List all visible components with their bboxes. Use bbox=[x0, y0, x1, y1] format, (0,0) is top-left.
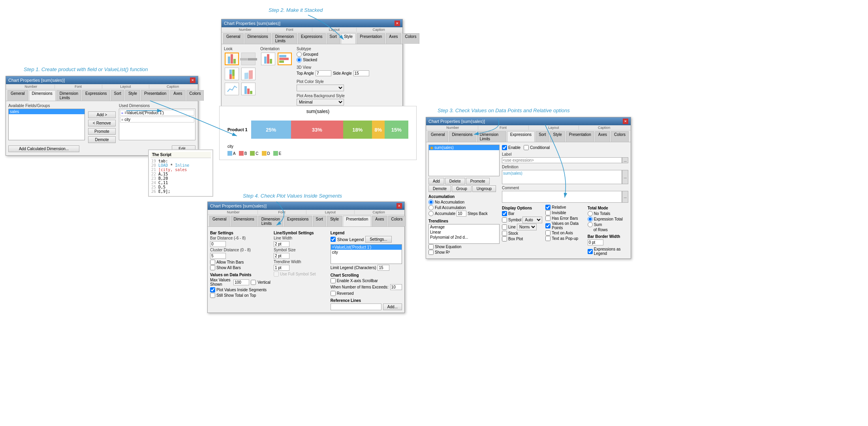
acc-steps-input[interactable] bbox=[457, 211, 466, 217]
full-acc-radio[interactable] bbox=[428, 205, 434, 210]
orient-icon-1[interactable] bbox=[261, 53, 275, 65]
remove-btn[interactable]: < Remove bbox=[88, 120, 116, 126]
dialog1-close[interactable]: ✕ bbox=[190, 77, 195, 83]
tab2-colors[interactable]: Colors bbox=[402, 33, 420, 44]
plot-color-select[interactable] bbox=[297, 85, 344, 91]
tab3-general[interactable]: General bbox=[428, 131, 448, 142]
show-eq-check[interactable] bbox=[428, 244, 434, 249]
tab3-presentation[interactable]: Presentation bbox=[566, 131, 594, 142]
legend-item-city[interactable]: city bbox=[331, 250, 402, 255]
expr-ungroup-btn[interactable]: Ungroup bbox=[472, 185, 496, 192]
tab3-expressions[interactable]: Expressions bbox=[507, 131, 535, 142]
definition-field[interactable]: sum(sales) bbox=[502, 170, 622, 184]
legend-settings-btn[interactable]: Settings... bbox=[365, 236, 391, 243]
expr-delete-btn[interactable]: Delete bbox=[445, 178, 465, 185]
full-symbol-check[interactable] bbox=[274, 271, 279, 277]
text-axis-check[interactable] bbox=[545, 230, 550, 236]
tab1-presentation[interactable]: Presentation bbox=[141, 90, 169, 101]
add-calc-dim-btn[interactable]: Add Calculated Dimension... bbox=[8, 145, 79, 152]
tab4-colors[interactable]: Colors bbox=[388, 216, 406, 226]
still-show-check[interactable] bbox=[210, 293, 215, 298]
legend-items-list[interactable]: =ValueList('Product 1') city bbox=[331, 244, 402, 264]
tab2-presentation[interactable]: Presentation bbox=[357, 33, 385, 44]
tab1-dimlimits[interactable]: Dimension Limits bbox=[56, 90, 81, 101]
comment-expand-btn[interactable]: ... bbox=[622, 191, 628, 203]
boxplot-check[interactable] bbox=[502, 236, 507, 241]
tab4-expressions[interactable]: Expressions bbox=[284, 216, 312, 226]
plot-inside-check[interactable] bbox=[210, 287, 215, 292]
conditional-check[interactable] bbox=[524, 145, 529, 150]
tab2-dimlimits[interactable]: Dimension Limits bbox=[272, 33, 297, 44]
tab3-colors[interactable]: Colors bbox=[611, 131, 629, 142]
tab2-axes[interactable]: Axes bbox=[386, 33, 401, 44]
look-icon-4[interactable] bbox=[241, 68, 256, 80]
tab2-expressions[interactable]: Expressions bbox=[298, 33, 325, 44]
allow-thin-check[interactable] bbox=[210, 260, 215, 265]
tab3-sort[interactable]: Sort bbox=[535, 131, 549, 142]
grouped-radio[interactable] bbox=[297, 52, 302, 57]
vertical-check[interactable] bbox=[251, 280, 256, 285]
tab2-general[interactable]: General bbox=[223, 33, 244, 44]
orient-icon-2[interactable] bbox=[278, 53, 292, 65]
acc-steps-radio[interactable] bbox=[428, 211, 434, 216]
look-icon-6[interactable] bbox=[241, 83, 256, 95]
no-acc-radio[interactable] bbox=[428, 200, 434, 205]
expr-list[interactable]: ▣ sum(sales) bbox=[428, 145, 500, 176]
tab1-colors[interactable]: Colors bbox=[186, 90, 204, 101]
sum-radio[interactable] bbox=[588, 222, 593, 227]
tab1-general[interactable]: General bbox=[8, 90, 28, 101]
expr-add-btn[interactable]: Add bbox=[428, 178, 444, 185]
bar-distance-input[interactable] bbox=[210, 241, 226, 247]
available-fields-list[interactable]: sales bbox=[8, 109, 85, 140]
used-dimensions-list[interactable]: = =ValueList('Product 1') ≡ city bbox=[119, 109, 195, 140]
line-check[interactable] bbox=[502, 224, 507, 230]
trend-linear[interactable]: Linear bbox=[429, 230, 499, 235]
look-icon-1[interactable] bbox=[225, 53, 239, 65]
used-dim-valuelist[interactable]: = =ValueList('Product 1') bbox=[120, 110, 194, 116]
invisible-check[interactable] bbox=[545, 210, 550, 215]
plot-bg-select[interactable]: Minimal bbox=[297, 99, 344, 106]
dialog3-close[interactable]: ✕ bbox=[623, 119, 628, 124]
values-dp-check[interactable] bbox=[545, 223, 550, 228]
bar-border-input[interactable] bbox=[588, 239, 603, 245]
show-legend-check[interactable] bbox=[331, 237, 336, 242]
label-expand-btn[interactable]: ... bbox=[622, 157, 628, 163]
tab3-style[interactable]: Style bbox=[550, 131, 565, 142]
text-popup-check[interactable] bbox=[545, 236, 550, 241]
limit-legend-input[interactable] bbox=[378, 265, 389, 271]
tab3-dimensions[interactable]: Dimensions bbox=[449, 131, 476, 142]
symbol-select[interactable]: Auto bbox=[522, 217, 542, 223]
expr-legend-check[interactable] bbox=[588, 249, 593, 254]
expr-item-sumsales[interactable]: ▣ sum(sales) bbox=[429, 145, 499, 150]
trend-avg[interactable]: Average bbox=[429, 224, 499, 230]
tab1-axes[interactable]: Axes bbox=[170, 90, 185, 101]
tab4-presentation[interactable]: Presentation bbox=[343, 216, 371, 226]
enable-xaxis-check[interactable] bbox=[331, 278, 336, 283]
when-exceeds-input[interactable] bbox=[390, 284, 402, 290]
trend-poly[interactable]: Polynomial of 2nd d... bbox=[429, 235, 499, 240]
dialog4-close[interactable]: ✕ bbox=[396, 203, 402, 209]
tab4-axes[interactable]: Axes bbox=[372, 216, 387, 226]
line-width-input[interactable] bbox=[274, 241, 289, 247]
show-all-check[interactable] bbox=[210, 265, 215, 270]
expr-promote-btn[interactable]: Promote bbox=[466, 178, 490, 185]
bar-check[interactable] bbox=[502, 211, 507, 216]
top-angle-input[interactable] bbox=[316, 70, 331, 76]
promote-btn[interactable]: Promote bbox=[88, 128, 116, 135]
tab4-style[interactable]: Style bbox=[327, 216, 342, 226]
legend-item-valuelist[interactable]: =ValueList('Product 1') bbox=[331, 245, 402, 250]
symbol-check[interactable] bbox=[502, 217, 507, 222]
stacked-radio[interactable] bbox=[297, 57, 302, 62]
tab4-dimensions[interactable]: Dimensions bbox=[231, 216, 257, 226]
trendlines-list[interactable]: Average Linear Polynomial of 2nd d... bbox=[428, 224, 500, 244]
look-icon-2[interactable] bbox=[241, 53, 256, 65]
tab1-style[interactable]: Style bbox=[125, 90, 140, 101]
demote-btn[interactable]: Demote bbox=[88, 136, 116, 143]
tab4-sort[interactable]: Sort bbox=[313, 216, 326, 226]
expr-group-btn[interactable]: Group bbox=[452, 185, 472, 192]
no-totals-radio[interactable] bbox=[588, 211, 593, 216]
relative-check[interactable] bbox=[545, 205, 550, 210]
symbol-size-input[interactable] bbox=[274, 253, 289, 259]
cluster-dist-input[interactable] bbox=[210, 253, 226, 259]
ref-lines-add-btn[interactable]: Add... bbox=[383, 303, 402, 310]
